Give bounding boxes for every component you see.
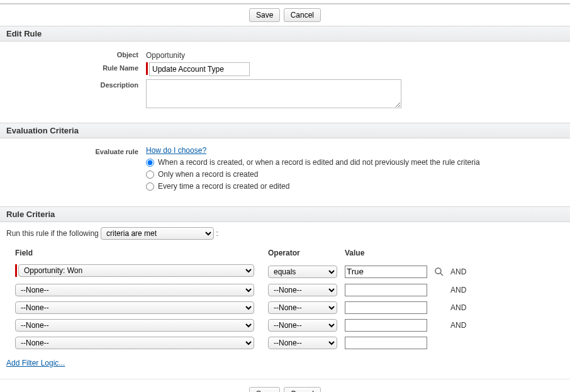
how-do-i-choose-link[interactable]: How do I choose? <box>146 146 206 155</box>
criteria-intro: Run this rule if the following criteria … <box>0 222 570 245</box>
criteria-field-select[interactable]: --None-- <box>15 319 254 332</box>
add-filter-logic-link[interactable]: Add Filter Logic... <box>6 359 65 367</box>
criteria-field-select[interactable]: --None-- <box>15 301 254 314</box>
criteria-value-input[interactable] <box>345 301 427 314</box>
criteria-mode-select[interactable]: criteria are met <box>101 227 214 240</box>
top-button-row: Save Cancel <box>0 4 570 26</box>
criteria-operator-select[interactable]: --None-- <box>268 337 337 349</box>
criteria-logic-label: AND <box>450 321 466 330</box>
criteria-logic-label: AND <box>450 303 466 312</box>
cancel-button-top[interactable]: Cancel <box>284 8 321 22</box>
eval-opt3-label: Every time a record is created or edited <box>158 182 289 191</box>
lookup-icon[interactable] <box>434 267 444 276</box>
criteria-operator-select[interactable]: --None-- <box>268 301 337 314</box>
criteria-operator-select[interactable]: --None-- <box>268 319 337 332</box>
col-value: Value <box>345 246 433 261</box>
criteria-logic-label: AND <box>450 267 466 276</box>
criteria-operator-select[interactable]: equals <box>268 266 337 278</box>
eval-radio-only-created[interactable] <box>146 171 154 179</box>
required-indicator <box>15 264 17 277</box>
section-edit-rule: Edit Rule <box>0 26 570 42</box>
description-textarea[interactable] <box>146 79 401 108</box>
section-eval-criteria: Evaluation Criteria <box>0 123 570 138</box>
criteria-operator-select[interactable]: --None-- <box>268 284 337 296</box>
save-button-top[interactable]: Save <box>249 8 280 22</box>
rule-name-label: Rule Name <box>6 62 146 72</box>
col-field: Field <box>8 246 267 261</box>
eval-opt2-label: Only when a record is created <box>158 170 258 179</box>
criteria-intro-colon: : <box>216 229 218 238</box>
svg-point-0 <box>435 268 441 274</box>
criteria-value-input[interactable] <box>345 266 427 278</box>
required-indicator <box>146 62 148 75</box>
eval-radio-created-or-edited-not-met[interactable] <box>146 159 154 167</box>
criteria-row: --None----None--AND <box>8 317 562 333</box>
criteria-field-select[interactable]: --None-- <box>15 284 254 296</box>
col-operator: Operator <box>268 246 344 261</box>
description-label: Description <box>6 79 146 89</box>
section-rule-criteria: Rule Criteria <box>0 206 570 222</box>
eval-radio-every-time[interactable] <box>146 182 154 191</box>
criteria-row: Opportunity: WonequalsAND <box>8 262 562 281</box>
object-value: Opportunity <box>146 49 185 60</box>
object-label: Object <box>6 49 146 59</box>
criteria-intro-prefix: Run this rule if the following <box>6 229 99 238</box>
eval-opt1-label: When a record is created, or when a reco… <box>158 158 480 167</box>
cancel-button-bottom[interactable]: Cancel <box>284 387 321 392</box>
criteria-row: --None----None--AND <box>8 282 562 298</box>
svg-line-1 <box>440 273 443 276</box>
criteria-field-select[interactable]: --None-- <box>15 337 254 349</box>
criteria-row: --None----None--AND <box>8 300 562 316</box>
rule-name-input[interactable] <box>149 62 250 76</box>
criteria-row: --None----None-- <box>8 335 562 351</box>
criteria-table: Field Operator Value Opportunity: Wonequ… <box>0 245 570 352</box>
evaluate-rule-label: Evaluate rule <box>6 146 146 155</box>
criteria-field-select[interactable]: Opportunity: Won <box>18 264 254 277</box>
bottom-button-row: Save Cancel <box>0 379 570 392</box>
criteria-value-input[interactable] <box>345 284 427 296</box>
criteria-value-input[interactable] <box>345 319 427 332</box>
criteria-value-input[interactable] <box>345 337 427 349</box>
save-button-bottom[interactable]: Save <box>249 387 280 392</box>
criteria-logic-label: AND <box>450 286 466 294</box>
